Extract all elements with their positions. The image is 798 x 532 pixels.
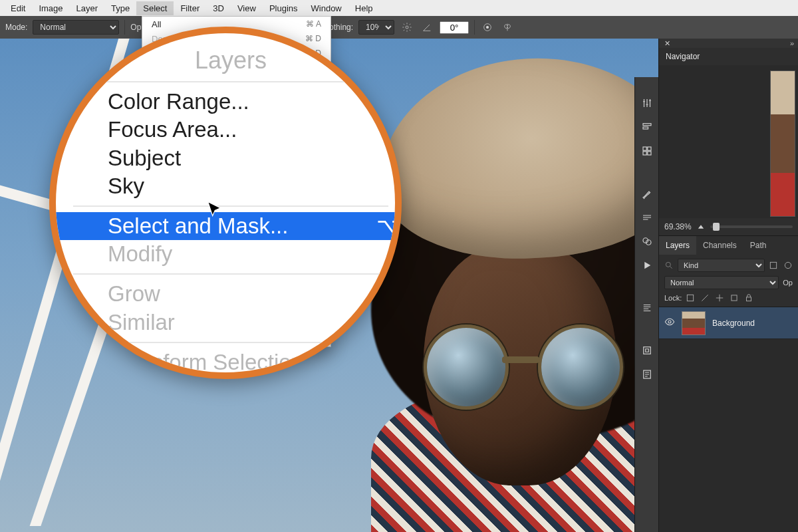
chevrons-icon[interactable]: »	[790, 39, 794, 47]
tab-paths[interactable]: Path	[743, 236, 773, 255]
menu-edit[interactable]: Edit	[4, 1, 32, 15]
layers-panel: Layers Channels Path Kind Normal Op	[659, 236, 798, 532]
angle-icon	[420, 20, 434, 35]
lock-pixels-icon[interactable]	[700, 293, 710, 303]
play-actions-icon[interactable]	[640, 258, 654, 273]
menu-3d[interactable]: 3D	[206, 1, 231, 15]
libraries-icon[interactable]	[640, 144, 654, 158]
zoom-value[interactable]: 69.38%	[664, 222, 692, 231]
swatches-icon[interactable]	[640, 234, 654, 249]
navigator-tab[interactable]: Navigator	[659, 48, 798, 65]
separator	[474, 20, 475, 35]
svg-rect-23	[747, 297, 751, 301]
menu-item-grow: Grow	[73, 280, 388, 308]
smoothing-select[interactable]: 10%	[358, 20, 394, 35]
svg-point-24	[668, 321, 671, 323]
svg-rect-12	[643, 152, 646, 155]
notes-icon[interactable]	[640, 367, 654, 382]
svg-point-0	[406, 26, 408, 29]
svg-rect-16	[643, 347, 650, 354]
layer-filter-icons[interactable]	[769, 261, 793, 270]
panel-tabbar: ✕ »	[659, 39, 798, 48]
menu-item-color-range[interactable]: Color Range...	[73, 88, 388, 116]
right-panel-column: ✕ » Navigator 69.38% Layers Channels Pat…	[658, 39, 798, 532]
zoom-slider[interactable]	[710, 225, 793, 228]
lock-artboard-icon[interactable]	[730, 293, 739, 303]
svg-rect-8	[643, 124, 651, 126]
layer-name: Background	[712, 319, 755, 328]
menu-filter[interactable]: Filter	[174, 1, 206, 15]
tab-layers[interactable]: Layers	[659, 236, 696, 255]
layers-tabs: Layers Channels Path	[659, 236, 798, 255]
layer-row-background[interactable]: Background	[659, 307, 798, 339]
menu-window[interactable]: Window	[305, 1, 348, 15]
menu-item-focus-area[interactable]: Focus Area...	[73, 116, 388, 144]
image-filter-icon[interactable]	[769, 261, 778, 270]
menu-item-subject[interactable]: Subject	[73, 144, 388, 172]
gear-icon[interactable]	[400, 20, 414, 35]
brush-settings-icon[interactable]	[640, 186, 654, 201]
adjustment-filter-icon[interactable]	[783, 261, 793, 270]
info-icon[interactable]	[640, 343, 654, 358]
navigator-panel: Navigator 69.38%	[659, 48, 798, 236]
separator	[124, 20, 125, 35]
properties-icon[interactable]	[640, 120, 654, 134]
svg-point-20	[785, 262, 791, 268]
menu-image[interactable]: Image	[32, 1, 69, 15]
angle-input[interactable]	[440, 21, 469, 34]
options-bar: Mode: Normal Op oothing: 10%	[0, 16, 798, 39]
navigator-thumb	[770, 70, 795, 217]
menu-plugins[interactable]: Plugins	[263, 1, 305, 15]
menu-item-sky[interactable]: Sky	[73, 172, 388, 200]
butterfly-symmetry-icon[interactable]	[500, 20, 515, 35]
svg-point-2	[486, 26, 489, 29]
navigator-viewport[interactable]	[659, 65, 798, 218]
svg-point-18	[666, 262, 670, 267]
menu-help[interactable]: Help	[348, 1, 380, 15]
svg-rect-10	[643, 147, 646, 150]
shortcut-glyph: ⌥	[376, 212, 402, 240]
tutorial-magnifier: Layers Color Range... Focus Area... Subj…	[49, 27, 402, 379]
collapsed-panel-strip	[634, 77, 658, 532]
adjustments-icon[interactable]	[640, 96, 654, 110]
menu-item-select-and-mask[interactable]: Select and Mask... ⌥	[49, 212, 402, 240]
opacity-label: Op	[130, 23, 141, 32]
menu-select[interactable]: Select	[136, 1, 174, 15]
svg-rect-11	[647, 147, 650, 150]
blend-mode-select[interactable]: Normal	[33, 20, 119, 35]
search-icon[interactable]	[664, 261, 674, 270]
menu-item-modify: Modify	[73, 240, 388, 268]
zoom-out-icon[interactable]	[698, 225, 704, 229]
menu-view[interactable]: View	[231, 1, 263, 15]
svg-rect-9	[643, 127, 648, 129]
clone-source-icon[interactable]	[640, 210, 654, 225]
svg-rect-13	[647, 152, 650, 155]
lock-position-icon[interactable]	[715, 293, 724, 303]
layer-filter-kind[interactable]: Kind	[678, 259, 765, 272]
layer-list: Background	[659, 307, 798, 532]
app-menubar: Edit Image Layer Type Select Filter 3D V…	[0, 0, 798, 16]
menu-type[interactable]: Type	[104, 1, 136, 15]
layer-opacity-label: Op	[783, 279, 793, 287]
layer-thumbnail	[682, 311, 706, 335]
svg-rect-21	[688, 295, 694, 301]
pressure-opacity-icon[interactable]	[480, 20, 495, 35]
tab-channels[interactable]: Channels	[696, 236, 743, 255]
svg-rect-19	[770, 262, 776, 268]
menu-layer[interactable]: Layer	[70, 1, 105, 15]
lock-label: Lock:	[664, 294, 682, 302]
cursor-pointer-icon	[205, 200, 223, 221]
svg-rect-22	[732, 295, 737, 301]
lock-transparent-icon[interactable]	[686, 293, 695, 303]
layer-blend-mode[interactable]: Normal	[664, 276, 779, 289]
mode-label: Mode:	[5, 23, 27, 32]
paragraph-icon[interactable]	[640, 301, 654, 315]
close-icon[interactable]: ✕	[663, 39, 671, 47]
visibility-eye-icon[interactable]	[664, 317, 675, 329]
lock-all-icon[interactable]	[744, 293, 753, 303]
menu-item-similar: Similar	[73, 309, 388, 336]
